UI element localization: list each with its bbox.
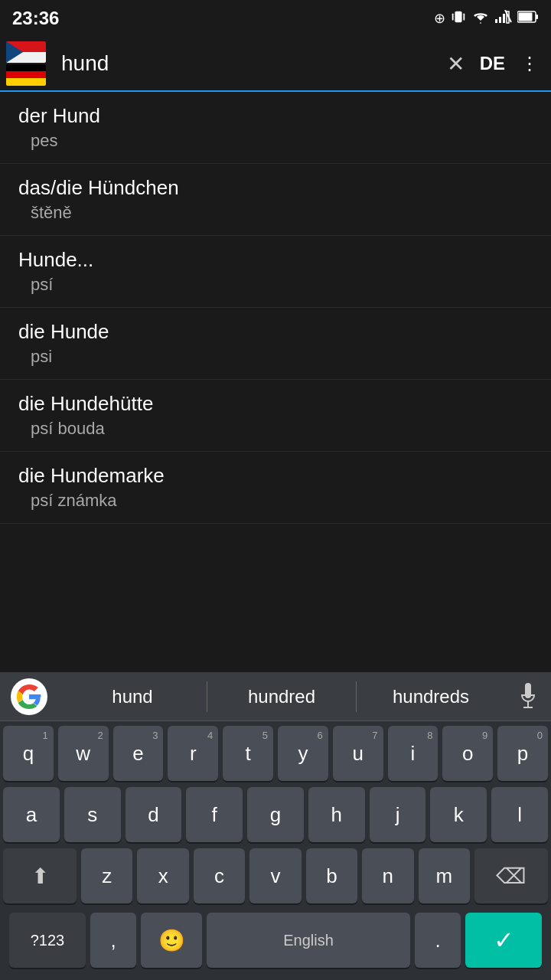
key-l[interactable]: l (491, 787, 548, 842)
key-y[interactable]: 6y (278, 726, 328, 781)
shift-key[interactable]: ⬆ (3, 848, 77, 903)
result-item[interactable]: der Hund pes (0, 92, 551, 164)
more-options-button[interactable]: ⋮ (514, 47, 545, 80)
result-czech: pes (31, 131, 533, 151)
result-czech: psi (31, 347, 533, 367)
svg-rect-9 (536, 15, 538, 19)
key-u[interactable]: 7u (333, 726, 383, 781)
result-item[interactable]: die Hundehütte psí bouda (0, 380, 551, 452)
language-label[interactable]: DE (480, 53, 505, 74)
key-j[interactable]: j (370, 787, 426, 842)
backspace-icon: ⌫ (496, 864, 527, 889)
space-label: English (283, 932, 334, 949)
suggestion-hund[interactable]: hund (58, 672, 207, 720)
result-czech: štěně (31, 203, 533, 223)
key-x[interactable]: x (137, 848, 188, 903)
result-german: der Hund (18, 104, 533, 128)
search-input-container[interactable] (55, 48, 441, 79)
signal-icon (494, 10, 513, 28)
shift-icon: ⬆ (31, 864, 49, 889)
keys-area: 1q 2w 3e 4r 5t 6y 7u 8i 9o 0p a s d f g … (0, 721, 551, 980)
result-item[interactable]: die Hundemarke psí známka (0, 452, 551, 524)
search-input[interactable] (55, 48, 441, 79)
status-time: 23:36 (12, 8, 59, 29)
suggestions-row: hund hundred hundreds (0, 672, 551, 721)
result-german: die Hundemarke (18, 464, 533, 488)
key-c[interactable]: c (194, 848, 245, 903)
cast-icon: ⊕ (434, 10, 445, 27)
key-a[interactable]: a (3, 787, 60, 842)
svg-rect-3 (495, 19, 497, 23)
key-s[interactable]: s (64, 787, 121, 842)
result-german: das/die Hündchen (18, 176, 533, 200)
key-r[interactable]: 4r (168, 726, 218, 781)
key-g[interactable]: g (247, 787, 304, 842)
search-bar: ✕ DE ⋮ (0, 37, 551, 92)
key-w[interactable]: 2w (58, 726, 109, 781)
wifi-icon (471, 10, 490, 28)
key-n[interactable]: n (362, 848, 413, 903)
status-icons: ⊕ (434, 8, 539, 29)
key-o[interactable]: 9o (442, 726, 493, 781)
key-t[interactable]: 5t (223, 726, 273, 781)
svg-rect-0 (455, 11, 461, 22)
keyboard-area: hund hundred hundreds 1q 2w 3e 4r 5t 6y … (0, 672, 551, 980)
key-row-2: a s d f g h j k l (3, 787, 548, 842)
german-flag (6, 64, 46, 86)
key-k[interactable]: k (430, 787, 487, 842)
symbols-label: ?123 (31, 932, 65, 949)
key-d[interactable]: d (126, 787, 182, 842)
key-p[interactable]: 0p (497, 726, 548, 781)
mic-button[interactable] (505, 672, 551, 721)
result-item[interactable]: Hunde... psí (0, 236, 551, 308)
suggestion-hundreds[interactable]: hundreds (357, 672, 505, 720)
period-key[interactable]: . (415, 913, 461, 968)
emoji-key[interactable]: 🙂 (141, 913, 202, 968)
confirm-key[interactable]: ✓ (465, 913, 542, 968)
google-button[interactable] (6, 674, 52, 720)
key-b[interactable]: b (306, 848, 357, 903)
key-q[interactable]: 1q (3, 726, 54, 781)
result-czech: psí (31, 275, 533, 295)
key-h[interactable]: h (308, 787, 365, 842)
vibrate-icon (450, 8, 467, 29)
bottom-key-row: ?123 , 🙂 English . ✓ (3, 910, 548, 974)
comma-label: , (110, 930, 116, 950)
result-german: die Hunde (18, 320, 533, 344)
result-item[interactable]: die Hunde psi (0, 308, 551, 380)
backspace-key[interactable]: ⌫ (474, 848, 548, 903)
symbols-key[interactable]: ?123 (9, 913, 86, 968)
result-item[interactable]: das/die Hündchen štěně (0, 164, 551, 236)
key-m[interactable]: m (419, 848, 470, 903)
space-key[interactable]: English (207, 913, 410, 968)
result-czech: psí bouda (31, 419, 533, 439)
key-e[interactable]: 3e (113, 726, 164, 781)
result-german: die Hundehütte (18, 392, 533, 416)
clear-icon: ✕ (447, 51, 465, 77)
key-row-1: 1q 2w 3e 4r 5t 6y 7u 8i 9o 0p (3, 726, 548, 781)
clear-button[interactable]: ✕ (441, 45, 471, 83)
key-row-3: ⬆ z x c v b n m ⌫ (3, 848, 548, 903)
battery-icon (517, 11, 539, 27)
results-list: der Hund pes das/die Hündchen štěně Hund… (0, 92, 551, 524)
suggestion-hundred[interactable]: hundred (207, 672, 356, 720)
key-i[interactable]: 8i (388, 726, 439, 781)
key-z[interactable]: z (81, 848, 132, 903)
language-flags[interactable] (6, 41, 46, 86)
svg-rect-5 (503, 14, 505, 23)
google-logo (11, 678, 47, 715)
mic-icon (518, 683, 538, 710)
svg-rect-1 (452, 13, 454, 20)
result-czech: psí známka (31, 491, 533, 511)
czech-flag (6, 41, 46, 63)
result-german: Hunde... (18, 248, 533, 272)
check-icon: ✓ (494, 926, 514, 955)
key-v[interactable]: v (249, 848, 301, 903)
status-bar: 23:36 ⊕ (0, 0, 551, 37)
svg-rect-4 (499, 17, 501, 23)
comma-key[interactable]: , (90, 913, 136, 968)
more-icon: ⋮ (520, 53, 539, 74)
key-f[interactable]: f (186, 787, 243, 842)
emoji-icon: 🙂 (158, 928, 185, 953)
svg-rect-2 (463, 13, 465, 20)
